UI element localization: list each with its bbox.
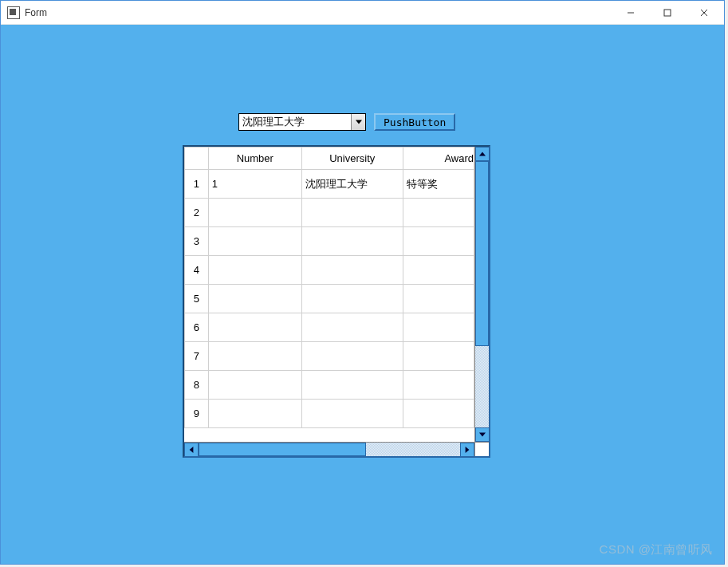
vertical-scroll-thumb[interactable] bbox=[475, 161, 489, 346]
university-combobox[interactable]: 沈阳理工大学 bbox=[238, 113, 366, 131]
cell-number[interactable]: 1 bbox=[208, 170, 301, 199]
cell-number[interactable] bbox=[208, 199, 301, 227]
data-table: Number University Award 11沈阳理工大学特等奖23456… bbox=[183, 145, 490, 458]
window-title: Form bbox=[25, 7, 612, 18]
row-header[interactable]: 8 bbox=[185, 371, 209, 400]
table-row[interactable]: 6 bbox=[185, 313, 474, 342]
vertical-scrollbar[interactable] bbox=[474, 147, 489, 442]
cell-university[interactable] bbox=[301, 400, 403, 428]
window-controls bbox=[612, 1, 722, 25]
combobox-value: 沈阳理工大学 bbox=[239, 115, 351, 129]
push-button-label: PushButton bbox=[384, 116, 446, 128]
table-row[interactable]: 4 bbox=[185, 256, 474, 285]
cell-number[interactable] bbox=[208, 371, 301, 400]
svg-marker-5 bbox=[479, 152, 486, 156]
column-header-award[interactable]: Award bbox=[403, 148, 474, 170]
watermark: CSDN @江南曾听风 bbox=[600, 542, 713, 557]
cell-university[interactable] bbox=[301, 227, 403, 256]
cell-university[interactable] bbox=[301, 371, 403, 400]
cell-university[interactable] bbox=[301, 199, 403, 227]
row-header[interactable]: 1 bbox=[185, 170, 209, 199]
scroll-corner bbox=[474, 442, 489, 456]
svg-marker-8 bbox=[466, 447, 470, 453]
cell-number[interactable] bbox=[208, 313, 301, 342]
scroll-left-icon[interactable] bbox=[184, 443, 199, 457]
app-window: Form 沈阳理工大学 PushButton bbox=[0, 0, 725, 565]
cell-number[interactable] bbox=[208, 342, 301, 371]
table-grid[interactable]: Number University Award 11沈阳理工大学特等奖23456… bbox=[184, 147, 474, 428]
table-row[interactable]: 11沈阳理工大学特等奖 bbox=[185, 170, 474, 199]
scroll-down-icon[interactable] bbox=[475, 427, 489, 442]
cell-award[interactable]: 特等奖 bbox=[403, 170, 474, 199]
row-header[interactable]: 3 bbox=[185, 227, 209, 256]
cell-university[interactable] bbox=[301, 342, 403, 371]
cell-number[interactable] bbox=[208, 256, 301, 285]
cell-award[interactable] bbox=[403, 313, 474, 342]
titlebar[interactable]: Form bbox=[1, 1, 724, 25]
scroll-up-icon[interactable] bbox=[475, 147, 489, 161]
chevron-down-icon[interactable] bbox=[351, 114, 365, 130]
table-row[interactable]: 5 bbox=[185, 285, 474, 313]
table-corner[interactable] bbox=[185, 148, 209, 170]
cell-award[interactable] bbox=[403, 400, 474, 428]
table-row[interactable]: 8 bbox=[185, 371, 474, 400]
svg-rect-1 bbox=[664, 10, 671, 16]
row-header[interactable]: 6 bbox=[185, 313, 209, 342]
minimize-button[interactable] bbox=[612, 1, 649, 25]
cell-university[interactable] bbox=[301, 313, 403, 342]
cell-award[interactable] bbox=[403, 371, 474, 400]
cell-award[interactable] bbox=[403, 256, 474, 285]
scroll-right-icon[interactable] bbox=[460, 443, 474, 457]
table-row[interactable]: 2 bbox=[185, 199, 474, 227]
maximize-button[interactable] bbox=[649, 1, 686, 25]
horizontal-scroll-thumb[interactable] bbox=[199, 443, 366, 456]
cell-university[interactable] bbox=[301, 256, 403, 285]
cell-university[interactable]: 沈阳理工大学 bbox=[301, 170, 403, 199]
close-button[interactable] bbox=[686, 1, 722, 25]
cell-award[interactable] bbox=[403, 342, 474, 371]
svg-marker-7 bbox=[190, 447, 194, 453]
horizontal-scrollbar[interactable] bbox=[184, 442, 474, 456]
row-header[interactable]: 9 bbox=[185, 400, 209, 428]
row-header[interactable]: 5 bbox=[185, 285, 209, 313]
row-header[interactable]: 2 bbox=[185, 199, 209, 227]
app-icon bbox=[7, 6, 20, 19]
cell-award[interactable] bbox=[403, 227, 474, 256]
column-header-number[interactable]: Number bbox=[208, 148, 301, 170]
vertical-scroll-track[interactable] bbox=[475, 346, 489, 427]
cell-award[interactable] bbox=[403, 285, 474, 313]
svg-marker-4 bbox=[356, 120, 362, 124]
cell-number[interactable] bbox=[208, 400, 301, 428]
push-button[interactable]: PushButton bbox=[374, 113, 455, 131]
table-row[interactable]: 3 bbox=[185, 227, 474, 256]
row-header[interactable]: 7 bbox=[185, 342, 209, 371]
row-header[interactable]: 4 bbox=[185, 256, 209, 285]
table-row[interactable]: 7 bbox=[185, 342, 474, 371]
svg-marker-6 bbox=[479, 433, 486, 437]
column-header-university[interactable]: University bbox=[301, 148, 403, 170]
horizontal-scroll-track[interactable] bbox=[366, 443, 460, 456]
cell-award[interactable] bbox=[403, 199, 474, 227]
cell-university[interactable] bbox=[301, 285, 403, 313]
cell-number[interactable] bbox=[208, 227, 301, 256]
client-area: 沈阳理工大学 PushButton Number Un bbox=[1, 25, 724, 564]
table-row[interactable]: 9 bbox=[185, 400, 474, 428]
cell-number[interactable] bbox=[208, 285, 301, 313]
toolbar-row: 沈阳理工大学 PushButton bbox=[238, 113, 455, 131]
